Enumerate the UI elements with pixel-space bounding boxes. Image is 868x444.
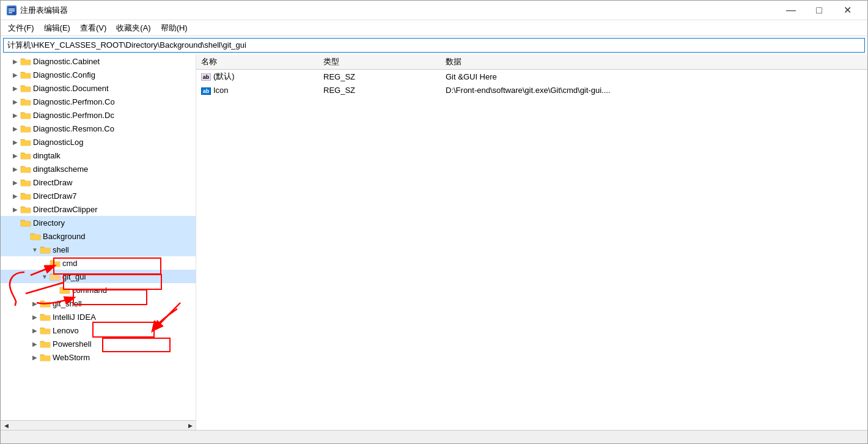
folder-icon — [20, 124, 31, 133]
tree-item[interactable]: ▶ IntelliJ IDEA — [1, 310, 196, 324]
tree-horizontal-scrollbar[interactable]: ◀ ▶ — [1, 420, 196, 430]
folder-icon — [20, 111, 31, 119]
tree-arrow: ▶ — [10, 98, 20, 105]
col-name[interactable]: 名称 — [196, 54, 318, 70]
maximize-button[interactable]: □ — [805, 1, 833, 20]
tree-item[interactable]: Directory — [1, 216, 196, 229]
tree-arrow: ▶ — [10, 193, 20, 199]
tree-item[interactable]: ▼ shell — [1, 243, 196, 256]
tree-arrow: ▶ — [10, 206, 20, 213]
title-bar: 注册表编辑器 — □ ✕ — [1, 1, 867, 20]
tree-label: Diagnostic.Perfmon.Co — [33, 97, 115, 106]
cell-name: ab(默认) — [196, 70, 318, 84]
address-bar[interactable] — [3, 38, 865, 53]
scroll-left-arrow[interactable]: ◀ — [2, 421, 10, 430]
tree-label: dingtalkscheme — [33, 165, 88, 174]
tree-item[interactable]: ▶ dingtalk — [1, 149, 196, 162]
cell-type: REG_SZ — [318, 84, 441, 97]
tree-label: shell — [53, 245, 69, 254]
col-data[interactable]: 数据 — [441, 54, 867, 70]
menu-item-e[interactable]: 编辑(E) — [39, 21, 75, 35]
tree-arrow: ▶ — [30, 354, 40, 361]
tree-arrow: ▶ — [30, 314, 40, 320]
tree-arrow: ▶ — [10, 85, 20, 92]
folder-icon — [30, 232, 41, 240]
folder-icon — [50, 259, 61, 267]
menu-item-v[interactable]: 查看(V) — [75, 21, 111, 35]
tree-label: cmd — [62, 259, 78, 268]
tree-item[interactable]: cmd — [1, 256, 196, 270]
tree-item[interactable]: ▶ DiagnosticLog — [1, 135, 196, 149]
tree-item[interactable]: ▶ Powershell — [1, 337, 196, 350]
cell-type: REG_SZ — [318, 70, 441, 84]
tree-item[interactable]: ▶ WebStorm — [1, 350, 196, 364]
tree-item[interactable]: ▶ Diagnostic.Document — [1, 81, 196, 95]
tree-label: DirectDraw — [33, 178, 72, 187]
tree-item[interactable]: ▶ Diagnostic.Config — [1, 68, 196, 81]
menu-item-h[interactable]: 帮助(H) — [156, 21, 193, 35]
main-content: ▶ Diagnostic.Cabinet▶ Diagnostic.Config▶… — [1, 54, 867, 430]
menu-item-f[interactable]: 文件(F) — [3, 21, 39, 35]
folder-icon — [20, 165, 31, 173]
tree-arrow: ▶ — [30, 327, 40, 334]
tree-item[interactable]: ▼ git_gui — [1, 270, 196, 283]
svg-rect-3 — [9, 12, 12, 13]
tree-item[interactable]: ▶ Lenovo — [1, 324, 196, 337]
folder-icon — [20, 178, 31, 187]
table-row[interactable]: abIcon REG_SZ D:\Front-end\software\git.… — [196, 84, 867, 97]
folder-icon — [40, 313, 51, 321]
tree-item[interactable]: ▶ DirectDrawClipper — [1, 202, 196, 216]
tree-label: Diagnostic.Cabinet — [33, 57, 100, 66]
tree-item[interactable]: ▶ dingtalkscheme — [1, 162, 196, 176]
tree-arrow: ▶ — [30, 300, 40, 307]
tree-item[interactable]: ▶ DirectDraw7 — [1, 189, 196, 202]
table-row[interactable]: ab(默认) REG_SZ Git &GUI Here — [196, 70, 867, 84]
tree-arrow: ▶ — [10, 166, 20, 172]
folder-icon — [40, 245, 51, 254]
folder-icon — [20, 138, 31, 146]
tree-arrow: ▶ — [10, 139, 20, 146]
tree-label: Diagnostic.Config — [33, 70, 95, 80]
cell-data: D:\Front-end\software\git.exe\Git\cmd\gi… — [441, 84, 867, 97]
folder-icon — [20, 218, 31, 227]
tree-label: Diagnostic.Resmon.Co — [33, 124, 114, 133]
folder-icon — [20, 57, 31, 65]
folder-icon — [50, 272, 61, 281]
tree-item[interactable]: ▶ Diagnostic.Perfmon.Dc — [1, 108, 196, 122]
tree-label: DiagnosticLog — [33, 138, 83, 147]
table-header-row: 名称 类型 数据 — [196, 54, 867, 70]
cell-name: abIcon — [196, 84, 318, 97]
tree-item[interactable]: ▶ Diagnostic.Perfmon.Co — [1, 95, 196, 108]
col-type[interactable]: 类型 — [318, 54, 441, 70]
main-window: 注册表编辑器 — □ ✕ 文件(F)编辑(E)查看(V)收藏夹(A)帮助(H) … — [0, 0, 868, 444]
tree-label: git_gui — [62, 272, 86, 281]
folder-icon — [40, 299, 51, 308]
minimize-button[interactable]: — — [777, 1, 805, 20]
tree-item[interactable]: command — [1, 283, 196, 297]
tree-arrow: ▶ — [10, 72, 20, 78]
tree-arrow: ▶ — [10, 58, 20, 65]
tree-item[interactable]: ▶ Diagnostic.Resmon.Co — [1, 122, 196, 135]
tree-label: Background — [43, 232, 85, 241]
tree-label: DirectDrawClipper — [33, 205, 97, 214]
menu-bar: 文件(F)编辑(E)查看(V)收藏夹(A)帮助(H) — [1, 20, 867, 36]
tree-scroll[interactable]: ▶ Diagnostic.Cabinet▶ Diagnostic.Config▶… — [1, 54, 196, 420]
cell-data: Git &GUI Here — [441, 70, 867, 84]
tree-label: git_shell — [53, 299, 82, 308]
scroll-right-arrow[interactable]: ▶ — [186, 421, 194, 430]
tree-arrow: ▶ — [30, 341, 40, 347]
folder-icon — [59, 286, 70, 294]
tree-label: WebStorm — [53, 353, 90, 362]
address-input[interactable] — [4, 40, 864, 51]
tree-item[interactable]: ▶ Diagnostic.Cabinet — [1, 54, 196, 68]
tree-label: Diagnostic.Document — [33, 84, 109, 93]
tree-item[interactable]: Background — [1, 229, 196, 243]
tree-item[interactable]: ▶ DirectDraw — [1, 176, 196, 189]
tree-item[interactable]: ▶ git_shell — [1, 297, 196, 310]
close-button[interactable]: ✕ — [833, 1, 861, 20]
menu-item-a[interactable]: 收藏夹(A) — [111, 21, 155, 35]
tree-label: Directory — [33, 218, 65, 228]
tree-arrow: ▶ — [10, 152, 20, 159]
tree-arrow: ▶ — [10, 125, 20, 132]
folder-icon — [20, 151, 31, 160]
